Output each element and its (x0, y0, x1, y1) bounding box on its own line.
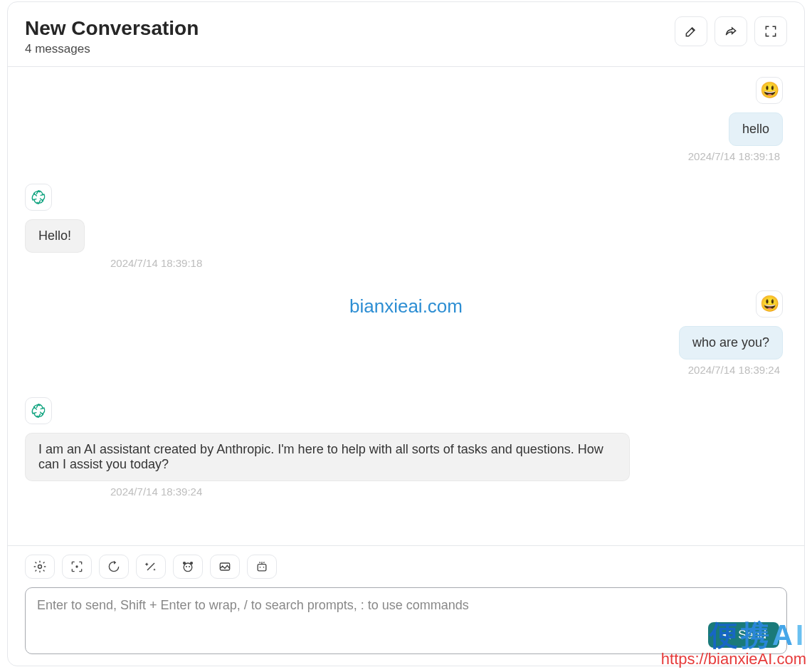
message-input[interactable] (37, 598, 775, 613)
image-button[interactable] (62, 555, 92, 579)
svg-point-0 (38, 565, 42, 569)
refresh-icon (107, 560, 121, 574)
message-bubble: who are you? (679, 326, 783, 359)
message-bubble: hello (729, 112, 783, 146)
picture-icon (218, 560, 232, 574)
mask-button[interactable] (173, 555, 203, 579)
smile-emoji-icon: 😃 (760, 295, 779, 313)
picture-button[interactable] (210, 555, 240, 579)
share-button[interactable] (715, 16, 747, 46)
message-bubble: Hello! (25, 219, 85, 253)
header: New Conversation 4 messages (8, 2, 804, 67)
message-user: 😃 hello 2024/7/14 18:39:18 (25, 77, 783, 162)
pencil-icon (684, 24, 698, 38)
message-timestamp: 2024/7/14 18:39:18 (688, 150, 783, 162)
message-timestamp: 2024/7/14 18:39:24 (110, 485, 209, 498)
expand-icon (764, 24, 778, 38)
refresh-button[interactable] (99, 555, 129, 579)
svg-point-4 (190, 562, 193, 565)
message-count: 4 messages (25, 42, 199, 56)
svg-rect-8 (258, 565, 266, 571)
send-icon (721, 629, 732, 641)
gear-icon (33, 560, 47, 574)
header-actions (675, 16, 787, 46)
composer-toolbar (25, 555, 787, 579)
assistant-avatar (25, 397, 52, 424)
smile-emoji-icon: 😃 (760, 81, 779, 100)
svg-point-6 (189, 566, 190, 567)
svg-point-9 (260, 567, 261, 568)
user-avatar: 😃 (756, 77, 783, 104)
send-button[interactable]: Send (708, 622, 779, 648)
svg-point-10 (263, 567, 265, 568)
messages-area[interactable]: 😃 hello 2024/7/14 18:39:18 Hello! 2024/7… (8, 67, 804, 545)
share-arrow-icon (724, 24, 738, 38)
robot-icon (255, 560, 269, 574)
panda-icon (181, 560, 195, 574)
image-frame-icon (70, 560, 84, 574)
magic-button[interactable] (136, 555, 166, 579)
message-timestamp: 2024/7/14 18:39:18 (110, 257, 209, 269)
chat-window: New Conversation 4 messages 😃 hello 2024… (7, 1, 805, 666)
message-user: 😃 who are you? 2024/7/14 18:39:24 (25, 290, 783, 376)
robot-button[interactable] (247, 555, 277, 579)
openai-logo-icon (29, 188, 48, 206)
edit-button[interactable] (675, 16, 707, 46)
composer: Send (8, 545, 804, 666)
message-timestamp: 2024/7/14 18:39:24 (688, 364, 783, 376)
assistant-avatar (25, 184, 52, 211)
svg-point-5 (186, 566, 187, 567)
page-title: New Conversation (25, 16, 199, 41)
message-assistant: I am an AI assistant created by Anthropi… (25, 397, 783, 498)
svg-point-3 (183, 562, 186, 565)
openai-logo-icon (29, 401, 48, 420)
message-input-container: Send (25, 587, 787, 654)
settings-button[interactable] (25, 555, 55, 579)
magic-wand-icon (144, 560, 158, 574)
send-button-label: Send (738, 628, 766, 642)
header-left: New Conversation 4 messages (25, 16, 199, 56)
message-assistant: Hello! 2024/7/14 18:39:18 (25, 184, 783, 269)
expand-button[interactable] (754, 16, 787, 46)
user-avatar: 😃 (756, 290, 783, 317)
svg-point-1 (75, 565, 78, 567)
message-bubble: I am an AI assistant created by Anthropi… (25, 433, 630, 481)
